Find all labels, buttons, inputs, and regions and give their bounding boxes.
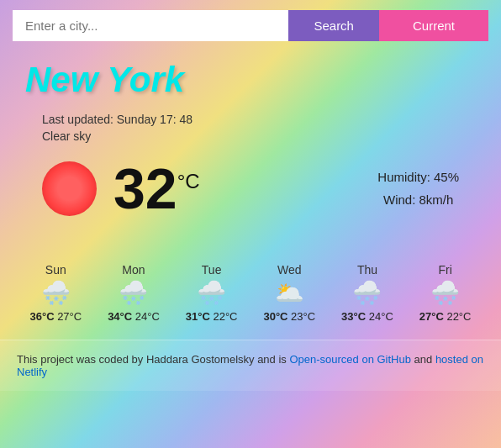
temps: 33°C 24°C [341, 310, 393, 323]
footer-text-before: This project was coded by Haddara Gostom… [17, 353, 289, 366]
sun-icon [42, 161, 97, 216]
forecast-day: Thu 🌨️ 33°C 24°C [341, 263, 393, 323]
search-bar: Search Current [0, 0, 501, 51]
forecast-day: Wed 🌥️ 30°C 23°C [263, 263, 315, 323]
weather-icon: 🌨️ [352, 282, 382, 305]
temperature-display: 32°C [113, 155, 200, 221]
humidity-wind: Humidity: 45% Wind: 8km/h [377, 166, 459, 211]
day-label: Mon [122, 263, 145, 277]
weather-icon: 🌨️ [430, 282, 460, 305]
weather-info: Last updated: Sunday 17: 48 Clear sky 32… [0, 108, 501, 255]
city-input[interactable] [13, 10, 288, 41]
wind: Wind: 8km/h [377, 188, 459, 211]
day-label: Fri [438, 263, 451, 277]
day-label: Thu [357, 263, 377, 277]
github-link[interactable]: Open-sourced on GitHub [289, 353, 411, 366]
humidity: Humidity: 45% [377, 166, 459, 188]
city-name: New York [0, 51, 501, 108]
day-label: Tue [202, 263, 222, 277]
forecast-day: Fri 🌨️ 27°C 22°C [419, 263, 472, 323]
temps: 27°C 22°C [419, 310, 472, 323]
day-label: Wed [277, 263, 302, 277]
forecast-day: Mon 🌨️ 34°C 24°C [108, 263, 160, 323]
weather-icon: 🌨️ [197, 282, 226, 305]
weather-icon: 🌨️ [41, 282, 71, 305]
weather-icon: 🌥️ [275, 282, 304, 305]
day-label: Sun [45, 263, 66, 277]
current-button[interactable]: Current [379, 10, 488, 41]
temperature-unit: °C [177, 170, 200, 192]
forecast: Sun 🌨️ 36°C 27°C Mon 🌨️ 34°C 24°C Tue 🌨️… [0, 255, 501, 340]
temps: 31°C 22°C [186, 310, 238, 323]
temps: 36°C 27°C [29, 310, 82, 323]
temps: 30°C 23°C [263, 310, 315, 323]
forecast-day: Sun 🌨️ 36°C 27°C [29, 263, 82, 323]
forecast-day: Tue 🌨️ 31°C 22°C [186, 263, 238, 323]
temps: 34°C 24°C [108, 310, 160, 323]
last-updated: Last updated: Sunday 17: 48 [42, 113, 459, 126]
footer: This project was coded by Haddara Gostom… [0, 340, 501, 391]
footer-text-between: and [411, 353, 435, 366]
main-weather: 32°C Humidity: 45% Wind: 8km/h [42, 155, 459, 221]
temperature-value: 32 [113, 156, 177, 220]
weather-icon: 🌨️ [119, 282, 148, 305]
search-button[interactable]: Search [288, 10, 379, 41]
condition: Clear sky [42, 129, 459, 143]
